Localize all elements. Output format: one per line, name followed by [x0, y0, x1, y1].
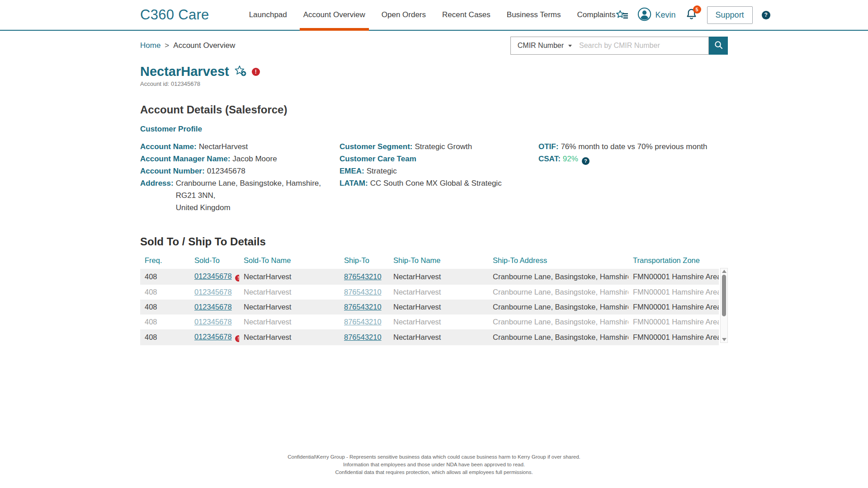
page-content: Home > Account Overview CMIR Number — [0, 31, 868, 488]
ship-to-link[interactable]: 876543210 — [344, 333, 382, 341]
header-actions: Kevin 5 Support ? — [616, 6, 770, 24]
app-header: C360 Care Launchpad Account Overview Ope… — [0, 0, 868, 31]
table-row: 408 012345678 NectarHarvest 876543210 Ne… — [140, 285, 719, 300]
row-alert-icon[interactable]: ! — [235, 335, 239, 342]
search-bar: CMIR Number — [510, 37, 728, 55]
search-category-select[interactable]: CMIR Number — [511, 42, 577, 50]
search-category-value: CMIR Number — [518, 42, 564, 50]
user-avatar-icon — [637, 7, 651, 23]
table-header-row: Freq. Sold-To Sold-To Name Ship-To Ship-… — [140, 254, 719, 269]
add-favorite-icon[interactable] — [234, 65, 247, 79]
field-csat: CSAT:92%? — [538, 153, 728, 165]
field-account-name: Account Name:NectarHarvest — [140, 141, 340, 153]
search-icon — [713, 40, 724, 52]
row-alert-icon[interactable]: ! — [235, 275, 239, 282]
ship-to-link[interactable]: 876543210 — [344, 318, 382, 326]
sold-to-link[interactable]: 012345678 — [194, 288, 232, 296]
scroll-up-icon[interactable] — [722, 270, 726, 273]
search-box: CMIR Number — [510, 37, 709, 55]
sold-to-link[interactable]: 012345678 — [194, 318, 232, 326]
notifications-button[interactable]: 5 — [685, 8, 698, 23]
breadcrumb-separator: > — [165, 41, 169, 50]
col-sold-to[interactable]: Sold-To — [190, 254, 239, 269]
col-ship-to-name[interactable]: Ship-To Name — [389, 254, 488, 269]
table-scrollbar[interactable] — [720, 268, 728, 343]
search-input[interactable] — [577, 42, 708, 50]
breadcrumb-home-link[interactable]: Home — [140, 41, 160, 50]
scroll-thumb[interactable] — [722, 275, 726, 316]
field-latam: LATAM:CC South Cone MX Global & Strategi… — [340, 177, 538, 189]
col-sold-to-name[interactable]: Sold-To Name — [239, 254, 340, 269]
col-ship-to-address[interactable]: Ship-To Address — [488, 254, 628, 269]
app-logo[interactable]: C360 Care — [140, 7, 209, 23]
sold-to-link[interactable]: 012345678 — [194, 272, 232, 280]
field-customer-care-team: Customer Care Team — [340, 153, 538, 165]
sold-ship-table-wrap: Freq. Sold-To Sold-To Name Ship-To Ship-… — [140, 254, 728, 345]
ship-to-link[interactable]: 876543210 — [344, 272, 382, 281]
profile-column-1: Account Name:NectarHarvest Account Manag… — [140, 141, 340, 214]
field-account-manager: Account Manager Name:Jacob Moore — [140, 153, 340, 165]
field-customer-segment: Customer Segment:Strategic Growth — [340, 141, 538, 153]
table-row: 408 012345678 NectarHarvest 876543210 Ne… — [140, 300, 719, 314]
profile-column-2: Customer Segment:Strategic Growth Custom… — [340, 141, 538, 214]
customer-profile-subheading: Customer Profile — [140, 125, 728, 134]
favorites-list-icon[interactable] — [616, 9, 628, 21]
field-otif: OTIF:76% month to date vs 70% previous m… — [538, 141, 728, 153]
nav-complaints[interactable]: Complaints — [577, 0, 616, 30]
footer-line: Information that employees and those und… — [140, 461, 728, 469]
sold-ship-heading: Sold To / Ship To Details — [140, 235, 728, 248]
col-ship-to[interactable]: Ship-To — [340, 254, 389, 269]
scroll-down-icon[interactable] — [722, 338, 726, 341]
main-nav: Launchpad Account Overview Open Orders R… — [249, 0, 616, 30]
table-row: 408 012345678 NectarHarvest 876543210 Ne… — [140, 314, 719, 329]
col-freq[interactable]: Freq. — [140, 254, 190, 269]
footer-line: Confidential\Kerry Group - Represents se… — [140, 453, 728, 461]
ship-to-link[interactable]: 876543210 — [344, 288, 382, 296]
nav-recent-cases[interactable]: Recent Cases — [442, 0, 491, 30]
page-title: NectarHarvest — [140, 65, 229, 79]
col-transportation-zone[interactable]: Transportation Zone — [628, 254, 719, 269]
bell-icon — [685, 14, 698, 22]
footer-line: Confidential data that requires protecti… — [140, 469, 728, 476]
field-account-number: Account Number:012345678 — [140, 165, 340, 177]
topbar: Home > Account Overview CMIR Number — [140, 37, 728, 55]
csat-value: 92% — [563, 155, 578, 163]
notification-badge: 5 — [693, 5, 701, 14]
breadcrumb-current: Account Overview — [173, 41, 235, 50]
csat-help-icon[interactable]: ? — [582, 157, 590, 165]
field-emea: EMEA:Strategic — [340, 165, 538, 177]
nav-business-terms[interactable]: Business Terms — [507, 0, 561, 30]
account-alert-icon[interactable]: ! — [252, 68, 260, 76]
ship-to-link[interactable]: 876543210 — [344, 303, 382, 311]
user-name: Kevin — [656, 10, 676, 20]
nav-launchpad[interactable]: Launchpad — [249, 0, 287, 30]
sold-to-link[interactable]: 012345678 — [194, 333, 232, 341]
nav-account-overview[interactable]: Account Overview — [303, 0, 365, 30]
support-button[interactable]: Support — [707, 6, 753, 24]
table-row: 408 012345678! NectarHarvest 876543210 N… — [140, 269, 719, 285]
sold-to-link[interactable]: 012345678 — [194, 303, 232, 311]
customer-profile-grid: Account Name:NectarHarvest Account Manag… — [140, 141, 728, 214]
profile-column-3: OTIF:76% month to date vs 70% previous m… — [538, 141, 728, 214]
search-button[interactable] — [709, 37, 728, 55]
account-details-heading: Account Details (Salesforce) — [140, 103, 728, 116]
help-icon[interactable]: ? — [762, 11, 770, 19]
table-row: 408 012345678! NectarHarvest 876543210 N… — [140, 329, 719, 345]
field-address: Address: Cranbourne Lane, Basingstoke, H… — [140, 177, 340, 214]
breadcrumb: Home > Account Overview — [140, 41, 235, 50]
chevron-down-icon — [568, 45, 572, 47]
nav-open-orders[interactable]: Open Orders — [382, 0, 426, 30]
address-line-2: United Kingdom — [176, 202, 340, 214]
confidentiality-footer: Confidential\Kerry Group - Represents se… — [140, 453, 728, 488]
user-menu[interactable]: Kevin — [637, 7, 676, 23]
account-id: Account id: 012345678 — [140, 80, 728, 87]
address-line-1: Cranbourne Lane, Basingstoke, Hamshire, … — [176, 177, 340, 202]
account-title-row: NectarHarvest ! — [140, 65, 728, 79]
sold-ship-table: Freq. Sold-To Sold-To Name Ship-To Ship-… — [140, 254, 719, 345]
